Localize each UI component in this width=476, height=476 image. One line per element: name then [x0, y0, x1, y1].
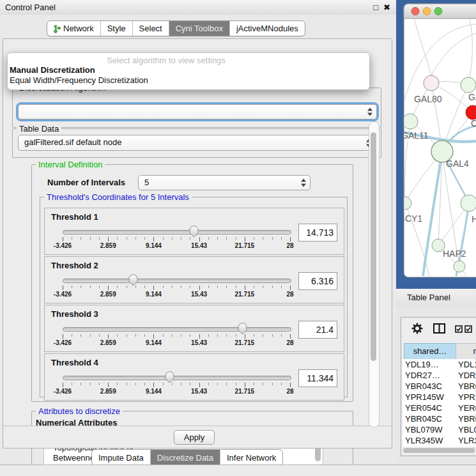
threshold-1-panel: Threshold 1 -3.426 2.859 9.144 15.43 — [44, 208, 344, 255]
vertical-scrollbar[interactable] — [369, 121, 380, 427]
scale-label: 2.859 — [100, 339, 116, 346]
table-row[interactable]: YDL19…YDL1 — [401, 359, 476, 370]
threshold-3-value-field[interactable]: 21.4 — [298, 321, 337, 339]
zoom-traffic-light-icon[interactable] — [434, 8, 442, 15]
cell[interactable]: YDL1 — [458, 359, 476, 370]
cell[interactable]: YBR0 — [458, 381, 476, 392]
popup-option-equal-width-frequency[interactable]: Equal Width/Frequency Discretization — [8, 75, 369, 86]
network-node-gal11[interactable] — [403, 114, 418, 129]
threshold-2-panel: Threshold 2 -3.426 2.859 9.144 15.43 — [44, 256, 344, 303]
threshold-4-panel: Threshold 4 -3.426 2.859 9.144 15.43 — [44, 353, 344, 401]
network-node[interactable] — [454, 261, 465, 272]
tab-network[interactable]: Network — [47, 21, 101, 36]
table-row[interactable]: YER054CYER0 — [401, 403, 476, 413]
scale-label: 21.715 — [235, 339, 255, 346]
discretization-algorithm-group: Discretization Algorithm — [12, 88, 381, 128]
threshold-4-label: Threshold 4 — [51, 358, 98, 367]
scale-label: 2.859 — [100, 388, 116, 395]
network-node[interactable] — [461, 195, 476, 211]
attributes-group-title: Attributes to discretize — [36, 406, 123, 416]
horizontal-scrollbar[interactable] — [403, 447, 475, 454]
cell[interactable]: YBR043C — [405, 381, 455, 392]
network-canvas[interactable]: GAL80 GA C GAL11 GAL4 GCY1 H HAP2 — [396, 0, 476, 289]
tab-style[interactable]: Style — [101, 21, 133, 36]
cell[interactable]: YBR0 — [458, 413, 476, 424]
tab-select[interactable]: Select — [133, 21, 169, 36]
scale-label: 28 — [286, 388, 293, 395]
threshold-coordinates-group: Threshold's Coordinates for 5 Intervals … — [40, 197, 348, 397]
cell[interactable]: YER0 — [458, 403, 476, 413]
network-node-gal80[interactable] — [424, 75, 439, 91]
cell[interactable]: YDR27… — [405, 370, 455, 381]
table-data-group: Table Data galFiltered.sif default node — [12, 128, 381, 158]
cell[interactable]: YPR145W — [405, 392, 455, 403]
cell[interactable]: YDR2 — [458, 370, 476, 381]
slider-thumb-icon[interactable] — [128, 274, 138, 286]
slider-track[interactable] — [63, 230, 291, 234]
checkbox-icon[interactable] — [455, 325, 463, 333]
node-label-gal80: GAL80 — [414, 94, 442, 104]
tab-cyni-toolbox[interactable]: Cyni Toolbox — [169, 21, 230, 36]
cell[interactable]: YPR1 — [458, 392, 476, 403]
threshold-2-value-field[interactable]: 6.316 — [298, 272, 337, 290]
float-panel-icon[interactable]: □ — [373, 0, 378, 15]
number-of-intervals-label: Number of Intervals — [47, 178, 125, 187]
table-row[interactable]: YBL079WYBL0 — [401, 424, 476, 435]
algorithm-select[interactable] — [18, 104, 377, 119]
scale-label: 15.43 — [191, 242, 207, 249]
minimize-traffic-light-icon[interactable] — [423, 8, 431, 15]
column-header-shared-name[interactable]: shared… — [404, 343, 456, 360]
network-view-window[interactable]: GAL80 GA C GAL11 GAL4 GCY1 H HAP2 — [396, 0, 476, 289]
cell[interactable]: YBL0 — [458, 424, 476, 435]
scale-label: 9.144 — [146, 242, 162, 249]
cell[interactable]: YBR045C — [405, 413, 455, 424]
combo-stepper-icon — [367, 108, 372, 116]
cyni-toolbox-panel: Discretization Algorithm Table Data galF… — [3, 38, 392, 449]
table-data-selected-value: galFiltered.sif default node — [24, 135, 361, 150]
table-settings-gear-icon[interactable] — [411, 323, 423, 334]
scale-label: 2.859 — [100, 291, 116, 298]
threshold-coordinates-group-title: Threshold's Coordinates for 5 Intervals — [44, 192, 192, 202]
popup-option-manual-discretization[interactable]: Manual Discretization — [8, 65, 369, 75]
algorithm-dropdown-popup: Select algorithm to view settings Manual… — [7, 52, 370, 90]
scrollbar-thumb[interactable] — [371, 132, 376, 361]
threshold-3-panel: Threshold 3 -3.426 2.859 9.144 15.43 — [44, 305, 344, 352]
table-data-select[interactable]: galFiltered.sif default node — [18, 135, 376, 151]
close-traffic-light-icon[interactable] — [411, 8, 419, 15]
table-row[interactable]: YDR27…YDR2 — [401, 370, 476, 381]
cell[interactable]: YER054C — [405, 403, 455, 413]
threshold-4-value-field[interactable]: 11.344 — [298, 369, 337, 387]
slider-track[interactable] — [63, 279, 291, 283]
column-header-name[interactable]: n — [456, 343, 476, 360]
apply-button[interactable]: Apply — [174, 430, 215, 445]
top-tab-bar: Network Style Select Cyni Toolbox jActiv… — [47, 20, 305, 36]
node-label-partial: GA — [468, 92, 476, 102]
split-columns-icon[interactable] — [433, 323, 445, 334]
network-node[interactable] — [461, 77, 476, 93]
cell[interactable]: YBL079W — [405, 424, 455, 435]
number-of-intervals-select[interactable]: 5 — [138, 175, 311, 190]
slider-thumb-icon[interactable] — [238, 323, 247, 335]
table-row[interactable]: YBR043CYBR0 — [401, 381, 476, 392]
scrollbar-thumb[interactable] — [403, 448, 475, 453]
cell[interactable]: YDL19… — [405, 359, 455, 370]
threshold-2-label: Threshold 2 — [51, 261, 98, 270]
tab-discretize-data[interactable]: Discretize Data — [151, 450, 220, 465]
close-panel-icon[interactable]: ✖ — [383, 0, 390, 15]
right-panel: GAL80 GA C GAL11 GAL4 GCY1 H HAP2 Table … — [396, 0, 476, 476]
scale-label: 15.43 — [191, 339, 207, 346]
checkbox-icon[interactable] — [464, 325, 472, 333]
table-panel-body: shared… n YDL19…YDL1 YDR27…YDR2 YBR043CY… — [396, 307, 476, 464]
table-row[interactable]: YPR145WYPR1 — [401, 392, 476, 403]
scale-label: 15.43 — [191, 388, 207, 395]
tab-impute-data[interactable]: Impute Data — [92, 450, 151, 465]
table-row[interactable]: YBR045CYBR0 — [401, 413, 476, 424]
slider-thumb-icon[interactable] — [189, 226, 199, 238]
threshold-1-value-field[interactable]: 14.713 — [298, 224, 337, 242]
slider-thumb-icon[interactable] — [165, 371, 174, 383]
tab-jactivemnodules[interactable]: jActiveMNodules — [230, 21, 305, 36]
slider-track[interactable] — [63, 376, 291, 380]
control-panel-titlebar: Control Panel □ ✖ — [0, 0, 396, 15]
slider-track[interactable] — [63, 327, 291, 332]
tab-infer-network[interactable]: Infer Network — [220, 450, 282, 465]
